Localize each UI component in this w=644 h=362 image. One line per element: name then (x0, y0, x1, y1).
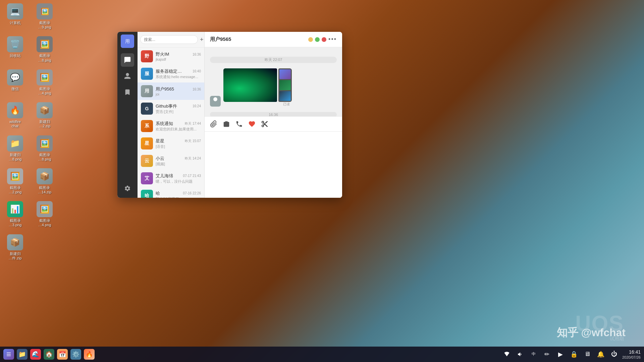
search-input[interactable] (140, 35, 198, 44)
contact-item-yehuo[interactable]: 野 野火IM 16:36 jkajsdf (138, 48, 204, 65)
contact-info-ai: 艾儿海绵 07-17 21:43 嗯，可以，没什么问题 (156, 173, 201, 184)
desktop-icon-screenshot4b[interactable]: 🖼️ 截图录…4.png (33, 201, 56, 227)
main-image (223, 68, 277, 102)
sidebar-item-contacts[interactable] (121, 69, 134, 83)
chat-title: 用户9565 (210, 36, 231, 43)
screenshot2-label: 截图录…2.png (9, 186, 22, 194)
add-contact-button[interactable]: + (200, 36, 204, 43)
attachment-button[interactable] (210, 120, 217, 128)
contact-time-user9565: 16:36 (193, 87, 201, 91)
contact-preview-star: [语音] (156, 144, 201, 149)
taskbar-notification[interactable]: 🔔 (595, 349, 606, 360)
contact-info-star: 星星 昨天 15:07 [语音] (156, 138, 201, 149)
window-maximize-button[interactable]: □ (315, 37, 320, 42)
taskbar-monitor[interactable]: 🖥 (582, 349, 593, 360)
contact-item-server[interactable]: 服 服务器稳定性测试 16:40 系统通知:hello message... (138, 65, 204, 82)
screenshot8b-icon-img: 🖼️ (37, 135, 53, 152)
chat-toolbar (205, 116, 342, 132)
thumb-3 (279, 91, 291, 101)
desktop-icon-screenshot14[interactable]: 📦 截图录…14.zip (33, 168, 56, 194)
newzip-icon-img: 📦 (7, 234, 23, 250)
taskbar-date-value: 2020/07/26 (622, 355, 641, 360)
desktop-icon-screenshot8[interactable]: 🖼️ 截图录…8.png (33, 36, 56, 62)
contact-item-ha[interactable]: 哈 哈 07-16 22:26 野火IM:测量了 (138, 187, 204, 198)
contact-item-github[interactable]: G Github事件 16:24 贾浩:[文件] (138, 100, 204, 117)
image-message[interactable] (223, 68, 292, 102)
desktop-icon-computer[interactable]: 💻 计算机 (3, 3, 27, 29)
chat-messages: 昨天 22:07 (205, 47, 342, 116)
date-label: 昨天 22:07 (210, 57, 337, 63)
taskbar-pen[interactable]: ✏ (542, 349, 552, 360)
computer-icon-label: 计算机 (10, 21, 21, 25)
taskbar-calendar[interactable]: 📅 (57, 349, 68, 360)
taskbar-wildfire[interactable]: 🔥 (84, 349, 95, 360)
taskbar: 📁 🌊 🏠 📅 ⚙️ 🔥 中 ✏ ▶ 🔒 🖥 🔔 (0, 347, 644, 362)
desktop-icon-newzip2[interactable]: 📦 新建归…2.zip (33, 102, 56, 128)
desktop-icon-recycle[interactable]: 🗑️ 回收站 (3, 36, 27, 62)
desktop-icon-folder[interactable]: 📁 新建归…8.png (3, 135, 27, 162)
contact-time-server: 16:40 (193, 69, 201, 73)
taskbar-left: 📁 🌊 🏠 📅 ⚙️ 🔥 (3, 349, 95, 360)
desktop-icon-screenshot8b[interactable]: 🖼️ 截图录…8.png (33, 135, 56, 162)
desktop-icon-screenshot3[interactable]: 📊 截图录…3.png (3, 201, 27, 227)
screenshot8b-label: 截图录…8.png (38, 153, 51, 162)
newzip2-label: 新建归…2.zip (39, 120, 50, 128)
sidebar-item-chat[interactable] (121, 53, 134, 67)
taskbar-settings[interactable]: ⚙️ (70, 349, 81, 360)
contact-avatar-system: 系 (141, 120, 153, 132)
contact-list: 野 野火IM 16:36 jkajsdf 服 服务器稳定性测试 16:40 系统… (138, 48, 204, 198)
taskbar-files[interactable]: 📁 (17, 349, 28, 360)
search-bar: + (138, 32, 204, 48)
contact-item-ai[interactable]: 艾 艾儿海绵 07-17 21:43 嗯，可以，没什么问题 (138, 170, 204, 187)
taskbar-time: 16:41 2020/07/26 (622, 349, 641, 360)
window-close-button[interactable]: × (322, 37, 326, 42)
taskbar-browser[interactable]: 🌊 (30, 349, 41, 360)
contact-preview-server: 系统通知:hello message... (156, 74, 201, 79)
contact-item-star[interactable]: 星 星星 昨天 15:07 [语音] (138, 135, 204, 152)
contact-item-system[interactable]: 系 系统通知 昨天 17:44 欢迎您的归来,如果使用... (138, 117, 204, 135)
time-label-1636: 16:36 (210, 112, 337, 116)
contact-time-ha: 07-16 22:26 (183, 191, 201, 195)
desktop-icon-wildfire[interactable]: 🔥 wildfirechat (3, 102, 27, 128)
screenshot4-label: 截图录…4.png (38, 87, 51, 96)
contact-avatar-star: 星 (141, 137, 153, 149)
taskbar-keyboard[interactable]: 中 (528, 349, 539, 360)
desktop-icon-screenshot2[interactable]: 🖼️ 截图录…2.png (3, 168, 27, 194)
window-minimize-button[interactable]: − (308, 37, 313, 42)
desktop-icon-newzip[interactable]: 📦 新建归…件.zip (3, 234, 27, 260)
contact-avatar-server: 服 (141, 68, 153, 80)
taskbar-power[interactable]: ⏻ (609, 349, 620, 360)
taskbar-launcher[interactable] (3, 349, 14, 360)
camera-button[interactable] (223, 120, 230, 128)
screenshot8-label: 截图录…8.png (38, 54, 51, 62)
heart-button[interactable] (248, 120, 256, 128)
taskbar-home[interactable]: 🏠 (44, 349, 54, 360)
contact-info-yehuo: 野火IM 16:36 jkajsdf (156, 51, 201, 61)
contact-info-user9565: 用户9565 16:36 joi (156, 86, 201, 96)
taskbar-network[interactable] (501, 349, 512, 360)
contact-name-star: 星星 (156, 138, 164, 144)
newzip2-icon-img: 📦 (37, 102, 53, 118)
screenshot8-icon-img: 🖼️ (37, 36, 53, 52)
desktop-icon-wechat[interactable]: 💬 微信 (3, 69, 27, 96)
chat-more-button[interactable]: ••• (328, 36, 337, 43)
desktop: 💻 计算机 🖼️ 截图录…9.png 🗑️ 回收站 🖼️ 截图录…8.png 💬 (0, 0, 644, 362)
contact-preview-ai: 嗯，可以，没什么问题 (156, 179, 201, 184)
sidebar-settings-btn[interactable] (121, 182, 134, 195)
folder-icon-img: 📁 (7, 135, 23, 152)
contact-time-github: 16:24 (193, 104, 201, 108)
sidebar-user-avatar[interactable]: 用 (121, 35, 134, 48)
sidebar-item-bookmark[interactable] (121, 85, 134, 99)
scissors-button[interactable] (261, 120, 268, 128)
contact-avatar-user9565: 用 (141, 85, 153, 97)
desktop-icon-screenshot9[interactable]: 🖼️ 截图录…9.png (33, 3, 56, 29)
taskbar-volume[interactable] (515, 349, 526, 360)
contact-name-system: 系统通知 (156, 121, 173, 127)
phone-button[interactable] (235, 120, 243, 128)
desktop-icon-screenshot4[interactable]: 🖼️ 截图录…4.png (33, 69, 56, 96)
taskbar-arrow[interactable]: ▶ (555, 349, 566, 360)
message-input[interactable] (209, 134, 338, 195)
taskbar-shield[interactable]: 🔒 (569, 349, 579, 360)
contact-item-user9565[interactable]: 用 用户9565 16:36 joi (138, 82, 204, 100)
contact-item-cloud[interactable]: 云 小云 昨天 14:24 [视频] (138, 152, 204, 170)
